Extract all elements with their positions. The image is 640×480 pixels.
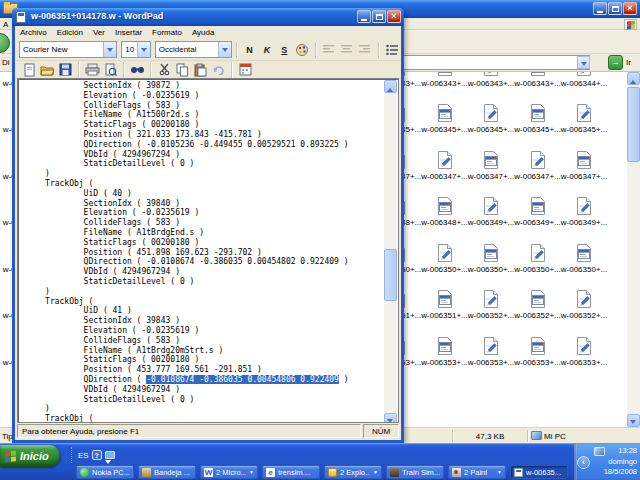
file-label[interactable]: w-006347+... [552, 172, 616, 182]
window-file-icon[interactable] [482, 150, 500, 170]
menu-item-fragment[interactable]: A [3, 20, 8, 29]
group-chevron-icon[interactable]: ▼ [497, 470, 502, 475]
task-button-paint[interactable]: 2 Paint▼ [448, 465, 506, 479]
find-icon[interactable] [129, 62, 145, 77]
task-button-nokia[interactable]: Nokia PC... [76, 465, 134, 479]
new-icon[interactable] [21, 62, 37, 77]
window-file-icon[interactable] [529, 336, 547, 356]
undo-icon[interactable] [210, 62, 226, 77]
file-label[interactable]: w-006352+... [552, 311, 616, 321]
chevron-down-icon[interactable] [137, 42, 150, 57]
bullets-icon[interactable] [384, 42, 400, 57]
menu-item-edicion[interactable]: Edición [52, 26, 88, 37]
copy-icon[interactable] [174, 62, 190, 77]
start-button[interactable]: Inicio [0, 445, 60, 467]
file-label[interactable]: w-006344+... [552, 79, 616, 89]
back-button[interactable] [0, 33, 10, 53]
wordpad-file-icon[interactable] [436, 150, 454, 170]
language-label[interactable]: ES [78, 451, 89, 460]
wordpad-file-icon[interactable] [482, 196, 500, 216]
wordpad-file-icon[interactable] [575, 196, 593, 216]
wordpad-file-icon[interactable] [529, 243, 547, 263]
menu-item-insertar[interactable]: Insertar [110, 26, 147, 37]
file-label[interactable]: w-006345+... [552, 125, 616, 135]
save-icon[interactable] [57, 62, 73, 77]
document-textarea[interactable]: SectionIdx ( 39872 ) Elevation ( -0.0235… [17, 78, 399, 423]
window-file-icon[interactable] [436, 289, 454, 309]
wordpad-file-icon[interactable] [482, 336, 500, 356]
tray-clock[interactable]: 13:28 domingo 18/5/2008 [604, 446, 637, 478]
align-left-icon[interactable] [321, 42, 337, 57]
window-file-icon[interactable] [436, 72, 454, 77]
wordpad-file-icon[interactable] [529, 150, 547, 170]
menu-item-formato[interactable]: Formato [147, 26, 187, 37]
minimize-button[interactable] [593, 2, 607, 15]
window-file-icon[interactable] [436, 196, 454, 216]
window-file-icon[interactable] [436, 336, 454, 356]
file-label[interactable]: w-006350+... [552, 265, 616, 275]
color-icon[interactable] [294, 42, 310, 57]
window-file-icon[interactable] [529, 289, 547, 309]
chevron-down-icon[interactable] [218, 42, 231, 57]
bold-button[interactable]: N [242, 42, 257, 58]
window-file-icon[interactable] [575, 243, 593, 263]
wordpad-file-icon[interactable] [482, 289, 500, 309]
group-chevron-icon[interactable]: ▼ [373, 470, 378, 475]
align-center-icon[interactable] [339, 42, 355, 57]
wordpad-file-icon[interactable] [482, 72, 500, 77]
language-bar[interactable]: ES ? [71, 447, 115, 463]
wordpad-file-icon[interactable] [575, 289, 593, 309]
preview-icon[interactable] [102, 62, 118, 77]
cut-icon[interactable] [156, 62, 172, 77]
menu-item-ayuda[interactable]: Ayuda [187, 26, 220, 37]
restore-button[interactable] [608, 2, 622, 15]
align-right-icon[interactable] [357, 42, 373, 57]
window-file-icon[interactable] [529, 72, 547, 77]
wordpad-file-icon[interactable] [575, 336, 593, 356]
help-icon[interactable]: ? [92, 450, 102, 460]
file-label[interactable]: w-006349+... [552, 218, 616, 228]
group-chevron-icon[interactable]: ▼ [249, 470, 254, 475]
window-file-icon[interactable] [436, 103, 454, 123]
font-size-combo[interactable]: 10 [121, 41, 151, 58]
close-button[interactable]: × [387, 10, 401, 23]
script-combo[interactable]: Occidental [155, 41, 232, 58]
wordpad-titlebar[interactable]: w-006351+014178.w - WordPad × [12, 8, 404, 26]
scroll-thumb[interactable] [384, 249, 397, 301]
task-button-folder[interactable]: 2 Explo...▼ [324, 465, 382, 479]
wordpad-file-icon[interactable] [482, 103, 500, 123]
paste-icon[interactable] [192, 62, 208, 77]
task-button-tray[interactable]: Bandeja ... [138, 465, 196, 479]
close-button[interactable]: × [623, 2, 637, 15]
file-label[interactable]: w-006353+... [552, 358, 616, 368]
window-file-icon[interactable] [482, 243, 500, 263]
scroll-down-icon[interactable] [627, 414, 640, 427]
menu-item-ver[interactable]: Ver [88, 26, 110, 37]
chevron-down-icon[interactable] [103, 42, 116, 57]
scroll-up-icon[interactable] [627, 72, 640, 85]
window-file-icon[interactable] [529, 196, 547, 216]
hide-icons-chevron-icon[interactable]: ‹ [577, 456, 590, 469]
scroll-up-icon[interactable] [384, 80, 397, 93]
monitor-icon[interactable] [105, 451, 115, 459]
wordpad-file-icon[interactable] [575, 72, 593, 77]
task-button-train[interactable]: Train Sim... [386, 465, 444, 479]
font-combo[interactable]: Courier New [19, 41, 117, 58]
wordpad-file-icon[interactable] [575, 103, 593, 123]
explorer-scrollbar[interactable] [627, 72, 640, 427]
scroll-thumb[interactable] [627, 87, 640, 162]
maximize-button[interactable] [372, 10, 386, 23]
scroll-down-icon[interactable] [384, 413, 397, 423]
task-button-ie[interactable]: etrensim.... [262, 465, 320, 479]
window-file-icon[interactable] [529, 103, 547, 123]
wordpad-scrollbar[interactable] [384, 80, 397, 423]
datetime-icon[interactable] [237, 62, 253, 77]
task-button-word[interactable]: W2 Micro...▼ [200, 465, 258, 479]
minimize-button[interactable] [357, 10, 371, 23]
address-dropdown-icon[interactable] [577, 56, 590, 69]
go-button-label[interactable]: Ir [626, 58, 631, 67]
menu-item-archivo[interactable]: Archivo [15, 26, 52, 37]
print-icon[interactable] [84, 62, 100, 77]
go-button[interactable]: → [608, 55, 623, 70]
italic-button[interactable]: K [259, 42, 274, 58]
